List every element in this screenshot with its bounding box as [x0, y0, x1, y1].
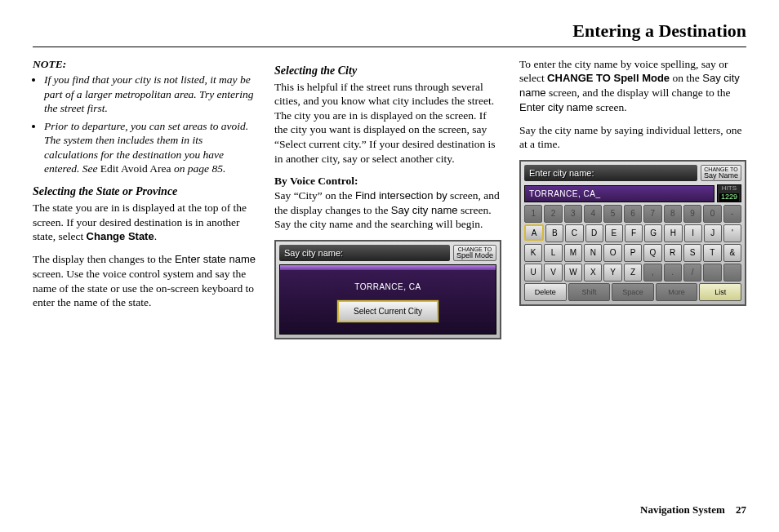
note-bullets: If you find that your city is not listed… [33, 73, 256, 176]
sp2a: The display then changes to the [33, 253, 175, 265]
hits-value: 1229 [719, 193, 739, 202]
sp1b: Change State [87, 230, 154, 242]
key-List[interactable]: List [699, 283, 741, 301]
key-D[interactable]: D [585, 224, 603, 242]
key-8[interactable]: 8 [664, 205, 682, 223]
key-4[interactable]: 4 [584, 205, 602, 223]
key-,[interactable]: , [643, 264, 661, 282]
key-N[interactable]: N [584, 244, 602, 262]
state-para-1: The state you are in is displayed at the… [33, 201, 256, 244]
key-A[interactable]: A [524, 224, 544, 241]
key-J[interactable]: J [704, 224, 722, 242]
onscreen-keyboard: 1234567890- ABCDEFGHIJ' KLMNOPQRST& UVWX… [524, 205, 741, 301]
key-F[interactable]: F [625, 224, 643, 242]
key-Space[interactable]: Space [612, 283, 654, 301]
key--[interactable]: - [723, 205, 741, 223]
change-to-sayname-button[interactable]: CHANGE TO Say Name [701, 165, 741, 181]
key-O[interactable]: O [603, 244, 621, 262]
city-input[interactable]: TORRANCE, CA_ [524, 185, 714, 202]
page-footer: Navigation System 27 [640, 503, 746, 517]
vp2a: Say “City” on the [274, 189, 355, 202]
key-B[interactable]: B [545, 224, 563, 242]
key-X[interactable]: X [584, 264, 602, 282]
kbd-row-num: 1234567890- [524, 205, 741, 223]
hits-label: HITS [719, 185, 739, 193]
key-S[interactable]: S [683, 244, 701, 262]
key-blank[interactable] [703, 264, 721, 282]
key-E[interactable]: E [605, 224, 623, 242]
key-Q[interactable]: Q [643, 244, 661, 262]
key-9[interactable]: 9 [683, 205, 701, 223]
column-2: Selecting the City This is helpful if th… [274, 57, 501, 340]
key-T[interactable]: T [703, 244, 721, 262]
key-.[interactable]: . [664, 264, 682, 282]
key-G[interactable]: G [644, 224, 662, 242]
hits-counter: HITS 1229 [717, 184, 741, 202]
key-1[interactable]: 1 [524, 205, 542, 223]
spell-para-2: Say the city name by saying individual l… [519, 123, 746, 152]
c3p1b: CHANGE TO Spell Mode [547, 72, 670, 84]
column-1: NOTE: If you find that your city is not … [33, 57, 256, 340]
key-/[interactable]: / [683, 264, 701, 282]
kbd-row-bottom: DeleteShiftSpaceMoreList [524, 283, 741, 301]
key-Z[interactable]: Z [624, 264, 642, 282]
key-H[interactable]: H [664, 224, 682, 242]
change-to-spell-button[interactable]: CHANGE TO Spell Mode [453, 245, 496, 261]
vp2d: Say city name [391, 204, 458, 216]
key-6[interactable]: 6 [624, 205, 642, 223]
kbd-row-u: UVWXYZ,./ [524, 264, 741, 282]
c3p1c: on the [670, 72, 702, 84]
city-para-1: This is helpful if the street runs throu… [274, 80, 501, 166]
spell-para-1: To enter the city name by voice spelling… [519, 57, 746, 115]
say-city-screen: Say city name: CHANGE TO Spell Mode TORR… [274, 240, 501, 339]
ectm: Say Name [704, 172, 738, 180]
enter-city-screen: Enter city name: CHANGE TO Say Name TORR… [519, 160, 746, 306]
footer-page: 27 [736, 503, 746, 516]
page-header: Entering a Destination [33, 20, 746, 47]
say-city-title: Say city name: [279, 245, 450, 261]
footer-label: Navigation System [640, 503, 725, 516]
key-I[interactable]: I [684, 224, 702, 242]
key-blank[interactable] [723, 264, 741, 282]
note-label: NOTE: [33, 57, 256, 72]
key-'[interactable]: ' [723, 224, 741, 242]
key-2[interactable]: 2 [544, 205, 562, 223]
key-More[interactable]: More [656, 283, 698, 301]
section-city-title: Selecting the City [274, 64, 501, 78]
key-5[interactable]: 5 [603, 205, 621, 223]
key-C[interactable]: C [565, 224, 583, 242]
sp1c: . [154, 230, 157, 242]
key-L[interactable]: L [544, 244, 562, 262]
key-7[interactable]: 7 [643, 205, 661, 223]
ctm: Spell Mode [456, 252, 493, 259]
key-0[interactable]: 0 [703, 205, 721, 223]
c3p1f: Enter city name [519, 101, 593, 113]
key-Y[interactable]: Y [603, 264, 621, 282]
sp2b: Enter state name [175, 253, 256, 265]
vp2b: Find intersection by [355, 189, 447, 202]
voice-para: Say “City” on the Find intersection by s… [274, 188, 501, 232]
key-R[interactable]: R [664, 244, 682, 262]
c3p1g: screen. [593, 101, 626, 113]
key-Delete[interactable]: Delete [524, 283, 567, 301]
key-W[interactable]: W [564, 264, 582, 282]
enter-city-title: Enter city name: [524, 165, 697, 181]
key-&[interactable]: & [723, 244, 741, 262]
section-state-title: Selecting the State or Province [33, 184, 256, 199]
note-bullet-2: Prior to departure, you can set areas to… [44, 119, 256, 176]
select-current-city-button[interactable]: Select Current City [337, 300, 438, 322]
key-M[interactable]: M [564, 244, 582, 262]
c3p1e: screen, and the display will change to t… [546, 86, 731, 99]
column-3: To enter the city name by voice spelling… [519, 57, 746, 340]
key-P[interactable]: P [624, 244, 642, 262]
note-bullet-1: If you find that your city is not listed… [44, 73, 256, 116]
kbd-row-a: ABCDEFGHIJ' [524, 224, 741, 242]
note-b2c: on page 85. [171, 162, 226, 175]
key-V[interactable]: V [544, 264, 562, 282]
key-3[interactable]: 3 [564, 205, 582, 223]
current-city-label: TORRANCE, CA [287, 282, 489, 292]
key-U[interactable]: U [524, 264, 542, 282]
note-b2b: Edit Avoid Area [100, 162, 171, 175]
key-Shift[interactable]: Shift [568, 283, 611, 301]
key-K[interactable]: K [524, 244, 542, 262]
